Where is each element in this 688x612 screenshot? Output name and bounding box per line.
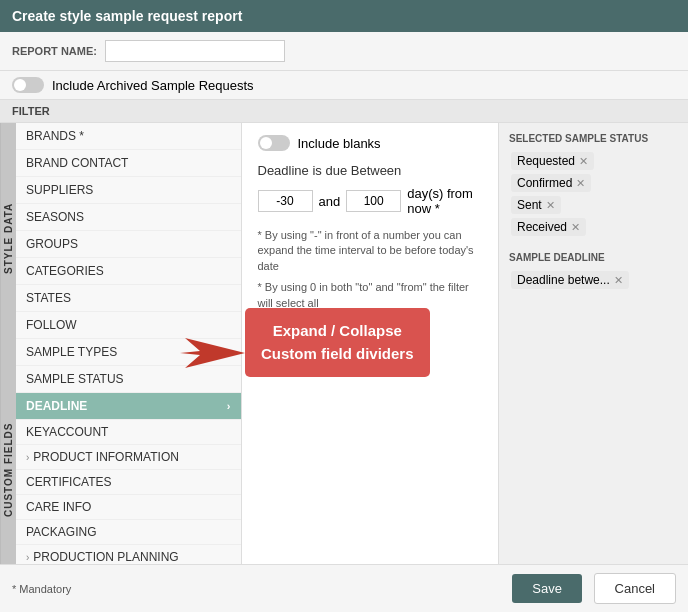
nav-item-brands[interactable]: BRANDS * bbox=[16, 123, 241, 150]
include-blanks-toggle[interactable] bbox=[258, 135, 290, 151]
deadline-from-input[interactable] bbox=[258, 190, 313, 212]
hint-text-1: * By using "-" in front of a number you … bbox=[258, 228, 483, 274]
status-tag-sent: Sent ✕ bbox=[511, 196, 561, 214]
filter-label: FILTER bbox=[0, 100, 688, 123]
archive-toggle[interactable] bbox=[12, 77, 44, 93]
days-label: day(s) from now * bbox=[407, 186, 482, 216]
deadline-chevron: › bbox=[227, 400, 231, 412]
deadline-inputs: and day(s) from now * bbox=[258, 186, 483, 216]
dialog-title: Create style sample request report bbox=[12, 8, 242, 24]
production-chevron: › bbox=[26, 552, 29, 563]
include-blanks-label: Include blanks bbox=[298, 136, 381, 151]
status-tag-received: Received ✕ bbox=[511, 218, 586, 236]
cancel-button[interactable]: Cancel bbox=[594, 573, 676, 604]
nav-item-categories[interactable]: CATEGORIES bbox=[16, 258, 241, 285]
tooltip-line1: Expand / Collapse bbox=[273, 322, 402, 339]
remove-deadline[interactable]: ✕ bbox=[614, 274, 623, 287]
arrow-svg bbox=[175, 333, 255, 373]
nav-item-care-info[interactable]: CARE INFO bbox=[16, 495, 241, 520]
tooltip-line2: Custom field dividers bbox=[261, 345, 414, 362]
nav-item-certificates[interactable]: CERTIFICATES bbox=[16, 470, 241, 495]
status-tag-deadline: Deadline betwe... ✕ bbox=[511, 271, 629, 289]
nav-item-keyaccount[interactable]: KEYACCOUNT bbox=[16, 420, 241, 445]
bottom-bar: * Mandatory Save Cancel bbox=[0, 564, 688, 612]
status-tags: Requested ✕ Confirmed ✕ Sent ✕ Received … bbox=[509, 150, 678, 238]
deadline-label: Deadline is due Between bbox=[258, 163, 483, 178]
style-data-tab[interactable]: STYLE DATA bbox=[0, 123, 16, 354]
nav-item-brand-contact[interactable]: BRAND CONTACT bbox=[16, 150, 241, 177]
remove-received[interactable]: ✕ bbox=[571, 221, 580, 234]
right-panel: SELECTED SAMPLE STATUS Requested ✕ Confi… bbox=[498, 123, 688, 585]
tooltip-box: Expand / Collapse Custom field dividers bbox=[245, 308, 430, 377]
custom-fields-tab[interactable]: CUSTOM FIELDS bbox=[0, 354, 16, 585]
and-label: and bbox=[319, 194, 341, 209]
sample-deadline-title: SAMPLE DEADLINE bbox=[509, 252, 678, 263]
report-name-label: REPORT NAME: bbox=[12, 45, 97, 57]
remove-requested[interactable]: ✕ bbox=[579, 155, 588, 168]
nav-item-deadline[interactable]: DEADLINE › bbox=[16, 393, 241, 420]
status-tag-confirmed: Confirmed ✕ bbox=[511, 174, 591, 192]
status-tag-requested: Requested ✕ bbox=[511, 152, 594, 170]
nav-item-seasons[interactable]: SEASONS bbox=[16, 204, 241, 231]
tooltip-arrow bbox=[175, 333, 255, 376]
title-bar: Create style sample request report bbox=[0, 0, 688, 32]
report-name-input[interactable] bbox=[105, 40, 285, 62]
nav-item-packaging[interactable]: PACKAGING bbox=[16, 520, 241, 545]
selected-status-title: SELECTED SAMPLE STATUS bbox=[509, 133, 678, 144]
remove-sent[interactable]: ✕ bbox=[546, 199, 555, 212]
save-button[interactable]: Save bbox=[512, 574, 582, 603]
svg-marker-0 bbox=[180, 338, 245, 368]
include-blanks-row: Include blanks bbox=[258, 135, 483, 151]
archive-row: Include Archived Sample Requests bbox=[0, 71, 688, 100]
product-info-chevron: › bbox=[26, 452, 29, 463]
deadline-to-input[interactable] bbox=[346, 190, 401, 212]
deadline-tag-value: Deadline betwe... bbox=[517, 273, 610, 287]
hint-text-2: * By using 0 in both "to" and "from" the… bbox=[258, 280, 483, 311]
nav-item-states[interactable]: STATES bbox=[16, 285, 241, 312]
nav-item-suppliers[interactable]: SUPPLIERS bbox=[16, 177, 241, 204]
remove-confirmed[interactable]: ✕ bbox=[576, 177, 585, 190]
nav-item-groups[interactable]: GROUPS bbox=[16, 231, 241, 258]
action-buttons: Save Cancel bbox=[512, 573, 676, 604]
nav-item-product-information[interactable]: › PRODUCT INFORMATION bbox=[16, 445, 241, 470]
mandatory-note: * Mandatory bbox=[12, 583, 71, 595]
report-name-row: REPORT NAME: bbox=[0, 32, 688, 71]
archive-label: Include Archived Sample Requests bbox=[52, 78, 254, 93]
